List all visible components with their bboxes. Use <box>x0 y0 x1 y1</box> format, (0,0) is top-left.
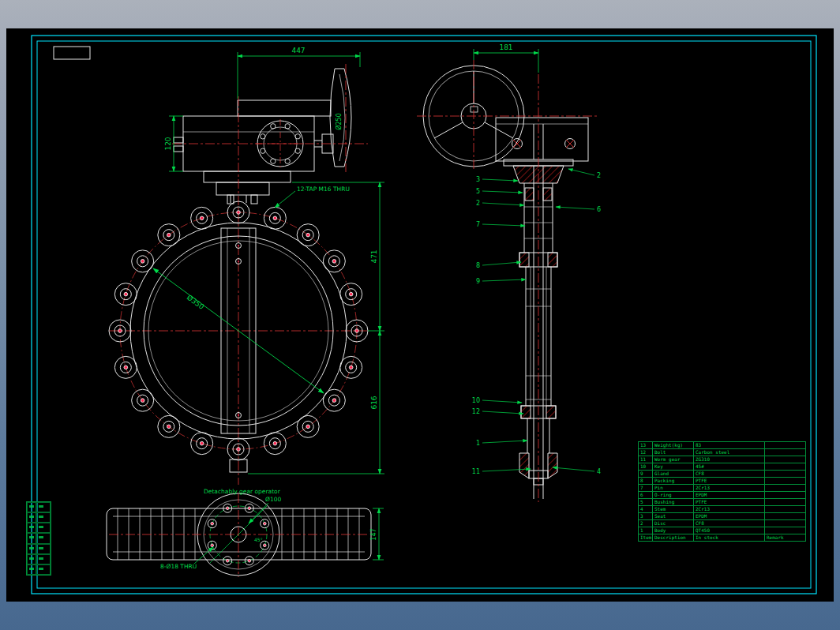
bom-cell: Pin <box>653 485 694 492</box>
bom-row: 5BushingPTFE <box>639 499 806 506</box>
revision-cell <box>27 564 36 575</box>
boss-diameter-label: Ø100 <box>265 496 281 503</box>
bom-cell: 13 <box>639 442 653 449</box>
balloon: 6 <box>597 206 601 213</box>
bom-cell: Body <box>653 527 694 534</box>
balloon: 12 <box>472 408 480 415</box>
front-view: Ø350 <box>109 195 368 485</box>
drawing-canvas[interactable]: Ø350 <box>6 28 834 602</box>
bom-cell: 45# <box>694 463 765 471</box>
height-upper-label: 471 <box>370 249 378 263</box>
bom-cell: 6 <box>639 492 653 499</box>
bom-cell: Stem <box>653 506 694 513</box>
bom-cell <box>765 456 806 463</box>
bom-cell: Carbon steel <box>694 449 765 456</box>
worm-gearbox <box>496 118 588 161</box>
bom-cell: EPDM <box>694 513 765 520</box>
bom-cell: Packing <box>653 478 694 485</box>
revision-cell <box>36 502 51 512</box>
actuator-side-view: 447 120 Ø250 12-TAP M16 THRU <box>164 47 368 208</box>
bom-row: 13Weight(kg)83 <box>639 442 806 449</box>
revision-cell <box>36 564 51 575</box>
section-view: 181 3 5 2 7 8 9 10 12 1 11 2 6 4 <box>417 43 601 502</box>
bom-cell: 5 <box>639 499 653 506</box>
bom-cell <box>765 449 806 456</box>
bom-table: 13Weight(kg)83 12BoltCarbon steel 11Worm… <box>638 441 806 542</box>
bom-cell <box>765 442 806 449</box>
balloon: 2 <box>476 200 480 207</box>
bom-cell: QT450 <box>694 527 765 534</box>
revision-cell <box>27 544 36 554</box>
bom-cell: CF8 <box>694 520 765 527</box>
plan-view: Detachably gear operator Ø100 8-Ø18 THRU… <box>107 488 384 577</box>
revision-cell <box>36 554 51 564</box>
actuator-dims <box>169 52 360 208</box>
bom-row: 1BodyQT450 <box>639 527 806 534</box>
bom-cell: 2Cr13 <box>694 485 765 492</box>
bom-cell <box>765 499 806 506</box>
revision-block <box>26 501 51 576</box>
bom-cell <box>765 520 806 527</box>
corner-mark <box>54 47 90 59</box>
balloon: 9 <box>476 278 480 285</box>
bom-row: 7Pin2Cr13 <box>639 485 806 492</box>
bom-row: 10Key45# <box>639 463 806 471</box>
bolt-note-label: 8-Ø18 THRU <box>160 563 197 570</box>
bom-row: 8PackingPTFE <box>639 478 806 485</box>
balloon: 1 <box>476 440 480 447</box>
bom-cell: Disc <box>653 520 694 527</box>
bom-row: 3SeatEPDM <box>639 513 806 520</box>
bom-cell <box>765 471 806 478</box>
balloon: 2 <box>597 172 601 179</box>
plan-angle-label: 45° <box>254 537 263 542</box>
bom-cell: ZG310 <box>694 456 765 463</box>
plan-title-label: Detachably gear operator <box>204 488 281 495</box>
bom-cell <box>765 506 806 513</box>
bom-row: 9GlandCF8 <box>639 471 806 478</box>
bom-cell: 1 <box>639 527 653 534</box>
bom-cell: Bolt <box>653 449 694 456</box>
front-height-dims: 471 616 <box>248 182 384 474</box>
disc-diameter-label: Ø350 <box>186 294 206 312</box>
bom-cell <box>765 463 806 471</box>
bom-cell: 3 <box>639 513 653 520</box>
tap-note-label: 12-TAP M16 THRU <box>297 186 350 193</box>
bom-header-cell: Item <box>639 534 653 542</box>
plan-depth-label: 147 <box>370 528 377 540</box>
bom-cell: Worm gear <box>653 456 694 463</box>
bom-header-cell: Remark <box>765 534 806 542</box>
bom-cell <box>765 478 806 485</box>
bom-cell: Weight(kg) <box>653 442 694 449</box>
revision-cell <box>36 533 51 543</box>
bom-cell: EPDM <box>694 492 765 499</box>
bom-header-cell: Description <box>653 534 694 542</box>
balloon: 10 <box>472 397 480 404</box>
bom-cell: 2Cr13 <box>694 506 765 513</box>
valve-body-section <box>504 74 573 502</box>
revision-cell <box>36 544 51 554</box>
height-total-label: 616 <box>370 396 378 409</box>
bom-cell: CF8 <box>694 471 765 478</box>
bom-cell: 11 <box>639 456 653 463</box>
wheel-to-stem-label: 181 <box>499 43 512 51</box>
bom-cell <box>765 485 806 492</box>
bom-cell: Bushing <box>653 499 694 506</box>
balloon: 8 <box>476 262 480 269</box>
balloon: 3 <box>476 176 480 183</box>
bom-header-cell: In stock <box>694 534 765 542</box>
bom-cell: Seat <box>653 513 694 520</box>
wheel-to-stem-dim <box>474 49 538 73</box>
bom-cell: 83 <box>694 442 765 449</box>
revision-cell <box>27 512 36 523</box>
bom-cell: Key <box>653 463 694 471</box>
bom-cell: 7 <box>639 485 653 492</box>
front-centerlines <box>109 196 368 485</box>
bom-cell: 4 <box>639 506 653 513</box>
bom-row: 6O-ringEPDM <box>639 492 806 499</box>
bom-cell: Gland <box>653 471 694 478</box>
handwheel-front <box>417 60 598 171</box>
balloon: 7 <box>476 221 480 228</box>
handwheel-diameter-label: Ø250 <box>335 113 343 130</box>
bom-cell: PTFE <box>694 499 765 506</box>
bom-cell <box>765 513 806 520</box>
